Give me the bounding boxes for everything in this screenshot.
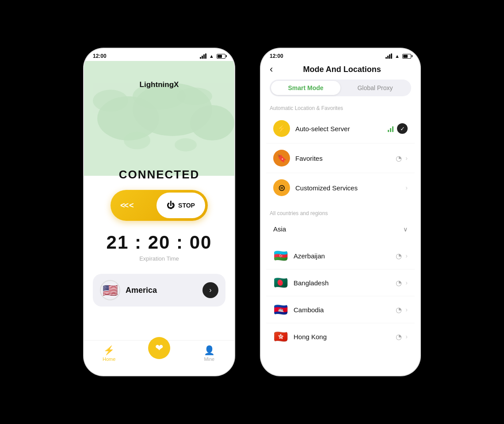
favorites-center-icon[interactable]: ❤ bbox=[148, 337, 170, 359]
mine-icon: 👤 bbox=[204, 345, 215, 356]
signal-bar-4 bbox=[391, 53, 392, 59]
wifi-icon: ▲ bbox=[209, 53, 214, 59]
toggle-container: << < ⏻ STOP bbox=[84, 190, 234, 221]
auto-select-icon: ⚡ bbox=[273, 120, 290, 137]
svg-point-5 bbox=[177, 87, 212, 105]
region-name: Asia bbox=[273, 225, 286, 233]
power-icon: ⏻ bbox=[167, 201, 175, 210]
region-dropdown[interactable]: Asia ∨ bbox=[266, 219, 415, 239]
country-row-bangladesh[interactable]: 🇧🇩 Bangladesh ◔ › bbox=[266, 269, 415, 296]
signal-bar-3 bbox=[389, 54, 390, 59]
expiration-label: Expiration Time bbox=[84, 255, 234, 262]
chevron-icon: › bbox=[405, 279, 408, 286]
left-phone: 12:00 ▲ LightningX bbox=[84, 49, 234, 375]
svg-point-7 bbox=[175, 138, 197, 151]
location-card[interactable]: 🇺🇸 America › bbox=[93, 274, 225, 307]
speed-icon: ◔ bbox=[396, 279, 402, 287]
auto-select-label: Auto-select Server bbox=[295, 125, 388, 132]
speed-icon: ◔ bbox=[396, 333, 402, 341]
country-list: 🇦🇿 Azerbaijan ◔ › 🇧🇩 Bangladesh ◔ › bbox=[266, 242, 415, 350]
signal-bar-2 bbox=[202, 56, 203, 59]
bangladesh-flag: 🇧🇩 bbox=[273, 275, 288, 290]
mode-toggle: Smart Mode Global Proxy bbox=[270, 80, 411, 96]
home-icon: ⚡ bbox=[103, 345, 115, 356]
app-title: LightningX bbox=[84, 77, 234, 89]
dropdown-arrow-icon: ∨ bbox=[403, 226, 408, 233]
left-status-bar: 12:00 ▲ bbox=[84, 49, 234, 61]
auto-section-label: Automatic Location & Favorites bbox=[261, 102, 420, 114]
right-phone: 12:00 ▲ ‹ Mode And Locations Smart Mo bbox=[261, 49, 420, 375]
right-signal-icon bbox=[386, 53, 392, 59]
signal-bar-1 bbox=[386, 57, 387, 59]
azerbaijan-right: ◔ › bbox=[396, 252, 408, 260]
country-row-hongkong[interactable]: 🇭🇰 Hong Kong ◔ › bbox=[266, 323, 415, 350]
azerbaijan-name: Azerbaijan bbox=[294, 252, 396, 260]
bottom-navigation: ⚡ Home ❤ 👤 Mine bbox=[84, 340, 234, 375]
customized-label: Customized Services bbox=[295, 184, 405, 192]
signal-bars-green bbox=[388, 125, 393, 132]
bar3 bbox=[392, 126, 393, 132]
signal-bar-3 bbox=[203, 54, 205, 59]
signal-bar-4 bbox=[205, 53, 206, 59]
right-wifi-icon: ▲ bbox=[395, 53, 400, 59]
right-inner: 12:00 ▲ ‹ Mode And Locations Smart Mo bbox=[261, 49, 420, 375]
back-button[interactable]: ‹ bbox=[270, 64, 273, 74]
nav-mine[interactable]: 👤 Mine bbox=[184, 345, 234, 362]
stop-button[interactable]: ⏻ STOP bbox=[157, 193, 205, 218]
vpn-toggle[interactable]: << < ⏻ STOP bbox=[111, 190, 208, 221]
signal-bar-1 bbox=[200, 57, 201, 59]
chevron-right-icon2: › bbox=[405, 184, 408, 191]
auto-select-row[interactable]: ⚡ Auto-select Server ✓ bbox=[266, 114, 415, 144]
customized-icon: ⊜ bbox=[273, 179, 290, 196]
chevron-icon: › bbox=[405, 252, 408, 259]
favorites-right: ◔ › bbox=[396, 154, 408, 163]
right-battery-fill bbox=[403, 55, 408, 58]
battery-fill bbox=[218, 55, 222, 58]
customized-services-row[interactable]: ⊜ Customized Services › bbox=[266, 173, 415, 202]
hongkong-right: ◔ › bbox=[396, 333, 408, 341]
country-row-cambodia[interactable]: 🇰🇭 Cambodia ◔ › bbox=[266, 296, 415, 323]
nav-home[interactable]: ⚡ Home bbox=[84, 345, 134, 362]
azerbaijan-flag: 🇦🇿 bbox=[273, 248, 288, 263]
favorites-row[interactable]: 🔖 Favorites ◔ › bbox=[266, 144, 415, 173]
svg-point-4 bbox=[93, 90, 128, 112]
timer-display: 21 : 20 : 00 bbox=[84, 232, 234, 253]
svg-point-6 bbox=[124, 132, 150, 149]
hongkong-name: Hong Kong bbox=[294, 333, 396, 341]
check-icon: ✓ bbox=[397, 123, 408, 134]
battery-icon bbox=[217, 54, 225, 59]
chevron-icon: › bbox=[405, 333, 408, 340]
right-time: 12:00 bbox=[270, 53, 283, 59]
country-row-azerbaijan[interactable]: 🇦🇿 Azerbaijan ◔ › bbox=[266, 242, 415, 269]
customized-right: › bbox=[405, 184, 408, 191]
signal-icon bbox=[200, 53, 206, 59]
smart-mode-button[interactable]: Smart Mode bbox=[271, 81, 340, 95]
bar1 bbox=[388, 130, 389, 132]
favorites-icon: 🔖 bbox=[273, 150, 290, 167]
right-scroll-area: Automatic Location & Favorites ⚡ Auto-se… bbox=[261, 102, 420, 375]
cambodia-name: Cambodia bbox=[294, 306, 396, 314]
connected-label: CONNECTED bbox=[84, 168, 234, 182]
toggle-arrows: << < bbox=[113, 201, 157, 210]
bangladesh-right: ◔ › bbox=[396, 279, 408, 287]
auto-select-right: ✓ bbox=[388, 123, 408, 134]
bangladesh-name: Bangladesh bbox=[294, 279, 396, 287]
speed-icon: ◔ bbox=[396, 252, 402, 260]
speed-icon: ◔ bbox=[396, 306, 402, 314]
location-arrow-button[interactable]: › bbox=[202, 282, 218, 298]
right-status-icons: ▲ bbox=[386, 53, 411, 59]
chevron-icon: › bbox=[405, 306, 408, 313]
left-time: 12:00 bbox=[93, 53, 107, 59]
location-name: America bbox=[126, 286, 197, 295]
chevron-right-icon: › bbox=[405, 155, 408, 162]
global-proxy-button[interactable]: Global Proxy bbox=[340, 81, 410, 95]
signal-bar-2 bbox=[387, 56, 389, 59]
hongkong-flag: 🇭🇰 bbox=[273, 329, 288, 344]
page-title: Mode And Locations bbox=[273, 65, 411, 74]
bar2 bbox=[390, 128, 391, 132]
main-list-group: ⚡ Auto-select Server ✓ 🔖 Favorites bbox=[266, 114, 415, 202]
left-status-icons: ▲ bbox=[200, 53, 225, 59]
us-flag: 🇺🇸 bbox=[100, 280, 120, 300]
right-status-bar: 12:00 ▲ bbox=[261, 49, 420, 61]
nav-center[interactable]: ❤ bbox=[134, 345, 184, 359]
